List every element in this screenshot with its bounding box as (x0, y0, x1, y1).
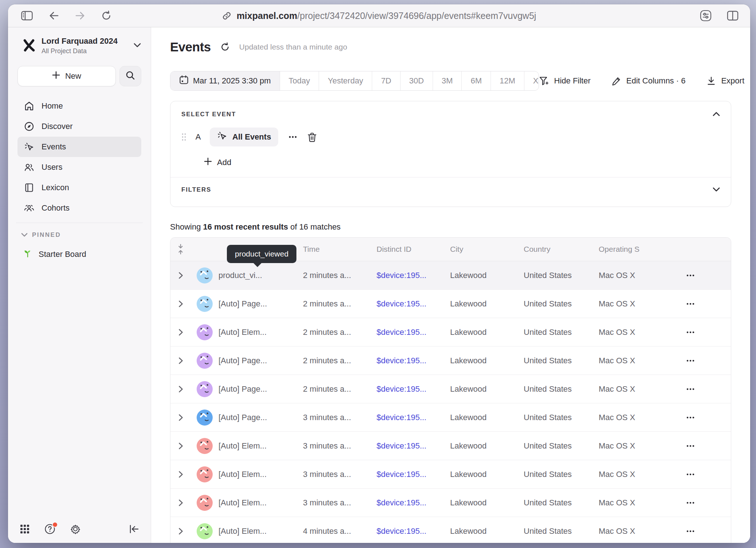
collapse-all-rows-icon[interactable] (170, 244, 191, 255)
range-3m[interactable]: 3M (433, 71, 462, 90)
os-column-header[interactable]: Operating S (599, 245, 672, 254)
back-icon[interactable] (49, 11, 59, 20)
distinct-id-column-header[interactable]: Distinct ID (377, 245, 450, 254)
sidebar-item-discover[interactable]: Discover (17, 116, 141, 137)
table-row[interactable]: [Auto] Page... 2 minutes a... $device:19… (170, 375, 731, 403)
row-expander-icon[interactable] (170, 385, 191, 393)
date-label: Mar 11, 2025 3:30 pm (193, 76, 271, 86)
distinct-id-link[interactable]: $device:195... (377, 299, 450, 309)
refresh-icon[interactable] (220, 42, 230, 52)
row-actions-icon[interactable] (672, 416, 731, 419)
os-cell: Mac OS X (599, 441, 672, 451)
sidebar-item-users[interactable]: Users (17, 157, 141, 177)
row-expander-icon[interactable] (170, 357, 191, 364)
new-button[interactable]: New (17, 66, 116, 86)
event-avatar (191, 267, 218, 283)
users-icon (24, 162, 34, 172)
chevron-down-icon (133, 43, 141, 49)
distinct-id-link[interactable]: $device:195... (377, 413, 450, 422)
os-cell: Mac OS X (599, 271, 672, 280)
country-column-header[interactable]: Country (524, 245, 599, 254)
event-name-cell: [Auto] Page... (218, 299, 303, 309)
split-view-icon[interactable] (727, 11, 739, 21)
table-row[interactable]: [Auto] Elem... 3 minutes a... $device:19… (170, 460, 731, 489)
row-expander-icon[interactable] (170, 329, 191, 336)
reload-icon[interactable] (101, 11, 111, 21)
apps-grid-icon[interactable] (20, 524, 30, 534)
row-actions-icon[interactable] (672, 302, 731, 305)
table-row[interactable]: [Auto] Elem... 3 minutes a... $device:19… (170, 489, 731, 517)
row-expander-icon[interactable] (170, 272, 191, 279)
table-row[interactable]: [Auto] Page... 2 minutes a... $device:19… (170, 347, 731, 375)
city-column-header[interactable]: City (450, 245, 524, 254)
search-button[interactable] (119, 66, 141, 86)
range-today[interactable]: Today (280, 71, 319, 90)
chevron-up-icon[interactable] (713, 111, 720, 118)
row-actions-icon[interactable] (672, 501, 731, 504)
chevron-down-icon[interactable] (713, 187, 720, 193)
row-expander-icon[interactable] (170, 442, 191, 450)
forward-icon[interactable] (75, 11, 85, 20)
row-expander-icon[interactable] (170, 414, 191, 421)
trash-icon[interactable] (307, 132, 317, 142)
help-icon[interactable] (44, 524, 55, 535)
row-expander-icon[interactable] (170, 499, 191, 506)
row-expander-icon[interactable] (170, 528, 191, 535)
project-switcher[interactable]: Lord Farquaad 2024 All Project Data (17, 27, 141, 55)
hide-filter-button[interactable]: Hide Filter (539, 76, 591, 86)
row-expander-icon[interactable] (170, 471, 191, 478)
distinct-id-link[interactable]: $device:195... (377, 498, 450, 508)
row-actions-icon[interactable] (672, 445, 731, 447)
distinct-id-link[interactable]: $device:195... (377, 356, 450, 365)
event-avatar (191, 410, 218, 426)
table-row[interactable]: [Auto] Elem... 3 minutes a... $device:19… (170, 432, 731, 460)
event-selector-chip[interactable]: All Events (210, 128, 278, 146)
distinct-id-link[interactable]: $device:195... (377, 271, 450, 280)
range-7d[interactable]: 7D (372, 71, 400, 90)
settings-gear-icon[interactable] (70, 524, 81, 535)
time-column-header[interactable]: Time (303, 245, 377, 254)
book-icon (24, 183, 34, 193)
url-bar[interactable]: mixpanel.com/project/3472420/view/397469… (222, 11, 536, 21)
city-cell: Lakewood (450, 470, 524, 479)
page-settings-icon[interactable] (700, 10, 712, 21)
edit-columns-button[interactable]: Edit Columns · 6 (612, 76, 686, 86)
add-event-button[interactable]: Add (204, 157, 231, 168)
drag-handle-icon[interactable] (181, 133, 186, 141)
table-row[interactable]: [Auto] Page... 3 minutes a... $device:19… (170, 403, 731, 432)
row-actions-icon[interactable] (672, 331, 731, 334)
range-yesterday[interactable]: Yesterday (319, 71, 372, 90)
sidebar-toggle-icon[interactable] (21, 11, 33, 20)
distinct-id-link[interactable]: $device:195... (377, 441, 450, 451)
row-actions-icon[interactable] (672, 359, 731, 362)
table-row[interactable]: [Auto] Elem... 2 minutes a... $device:19… (170, 318, 731, 347)
event-more-icon[interactable] (286, 136, 299, 138)
sidebar-item-events[interactable]: Events (17, 137, 141, 157)
os-cell: Mac OS X (599, 470, 672, 479)
pinned-section-toggle[interactable]: PINNED (17, 229, 141, 241)
collapse-sidebar-icon[interactable] (129, 524, 139, 534)
table-row[interactable]: [Auto] Page... 2 minutes a... $device:19… (170, 290, 731, 318)
pinned-item-starter-board[interactable]: Starter Board (17, 245, 141, 264)
row-actions-icon[interactable] (672, 473, 731, 476)
sidebar-item-cohorts[interactable]: Cohorts (17, 198, 141, 218)
export-button[interactable]: Export (706, 76, 744, 86)
row-actions-icon[interactable] (672, 388, 731, 391)
distinct-id-link[interactable]: $device:195... (377, 328, 450, 337)
sidebar-item-home[interactable]: Home (17, 96, 141, 116)
row-actions-icon[interactable] (672, 274, 731, 277)
distinct-id-link[interactable]: $device:195... (377, 384, 450, 394)
range-30d[interactable]: 30D (401, 71, 433, 90)
cohorts-icon (24, 203, 34, 213)
distinct-id-link[interactable]: $device:195... (377, 470, 450, 479)
table-row[interactable]: [Auto] Elem... 4 minutes a... $device:19… (170, 517, 731, 543)
range-12m[interactable]: 12M (491, 71, 524, 90)
date-picker-segment[interactable]: Mar 11, 2025 3:30 pm (170, 71, 280, 90)
distinct-id-link[interactable]: $device:195... (377, 527, 450, 536)
row-actions-icon[interactable] (672, 530, 731, 533)
range-6m[interactable]: 6M (462, 71, 491, 90)
row-expander-icon[interactable] (170, 300, 191, 308)
range-xtd[interactable]: XTD (524, 71, 539, 90)
sidebar-item-lexicon[interactable]: Lexicon (17, 177, 141, 198)
event-name-cell: [Auto] Page... (218, 356, 303, 365)
